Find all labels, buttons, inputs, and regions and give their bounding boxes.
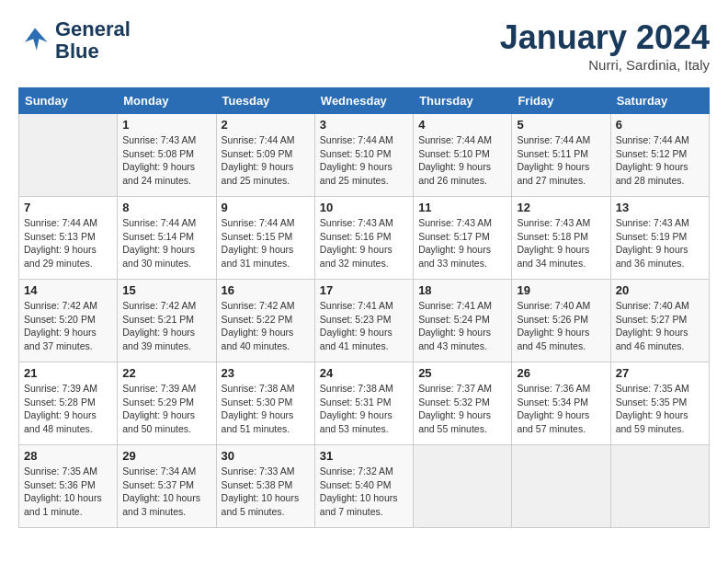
day-number: 23 — [222, 366, 310, 380]
weekday-header-wednesday: Wednesday — [314, 88, 413, 114]
day-number: 17 — [320, 283, 408, 297]
calendar-cell: 8Sunrise: 7:44 AMSunset: 5:14 PMDaylight… — [118, 197, 216, 280]
calendar-cell: 6Sunrise: 7:44 AMSunset: 5:12 PMDaylight… — [610, 114, 709, 197]
location: Nurri, Sardinia, Italy — [500, 57, 710, 73]
calendar-cell — [19, 114, 118, 197]
day-number: 31 — [320, 449, 408, 463]
day-number: 12 — [517, 201, 605, 214]
day-info: Sunrise: 7:44 AMSunset: 5:11 PMDaylight:… — [517, 133, 605, 188]
calendar-cell: 16Sunrise: 7:42 AMSunset: 5:22 PMDayligh… — [216, 280, 314, 362]
calendar-cell: 20Sunrise: 7:40 AMSunset: 5:27 PMDayligh… — [610, 280, 709, 362]
day-number: 21 — [24, 366, 112, 380]
day-info: Sunrise: 7:38 AMSunset: 5:31 PMDaylight:… — [320, 382, 408, 436]
day-info: Sunrise: 7:44 AMSunset: 5:10 PMDaylight:… — [320, 133, 408, 188]
day-number: 14 — [24, 283, 112, 297]
day-info: Sunrise: 7:43 AMSunset: 5:16 PMDaylight:… — [320, 216, 408, 270]
day-info: Sunrise: 7:33 AMSunset: 5:38 PMDaylight:… — [222, 465, 310, 519]
day-number: 19 — [517, 283, 605, 297]
page-header: General Blue January 2024 Nurri, Sardini… — [18, 18, 710, 73]
day-info: Sunrise: 7:41 AMSunset: 5:24 PMDaylight:… — [418, 299, 506, 353]
day-number: 1 — [122, 118, 210, 132]
calendar-cell: 23Sunrise: 7:38 AMSunset: 5:30 PMDayligh… — [216, 362, 314, 445]
logo-icon — [18, 24, 51, 57]
day-number: 30 — [222, 449, 310, 463]
day-number: 2 — [222, 118, 310, 132]
weekday-header-sunday: Sunday — [19, 88, 118, 114]
day-number: 5 — [517, 118, 605, 132]
calendar-cell: 29Sunrise: 7:34 AMSunset: 5:37 PMDayligh… — [118, 445, 216, 528]
day-info: Sunrise: 7:40 AMSunset: 5:26 PMDaylight:… — [517, 299, 605, 353]
calendar-cell: 19Sunrise: 7:40 AMSunset: 5:26 PMDayligh… — [512, 280, 610, 362]
day-number: 10 — [320, 201, 408, 214]
month-title: January 2024 — [500, 18, 710, 57]
day-info: Sunrise: 7:43 AMSunset: 5:19 PMDaylight:… — [616, 216, 704, 270]
day-info: Sunrise: 7:37 AMSunset: 5:32 PMDaylight:… — [418, 382, 506, 436]
calendar-cell: 28Sunrise: 7:35 AMSunset: 5:36 PMDayligh… — [19, 445, 118, 528]
calendar-header: SundayMondayTuesdayWednesdayThursdayFrid… — [19, 88, 710, 114]
day-number: 3 — [320, 118, 408, 132]
svg-marker-0 — [25, 29, 47, 51]
day-info: Sunrise: 7:41 AMSunset: 5:23 PMDaylight:… — [320, 299, 408, 353]
day-info: Sunrise: 7:44 AMSunset: 5:10 PMDaylight:… — [418, 133, 506, 188]
calendar-cell: 9Sunrise: 7:44 AMSunset: 5:15 PMDaylight… — [216, 197, 314, 280]
day-number: 16 — [222, 283, 310, 297]
day-number: 7 — [24, 201, 112, 214]
day-info: Sunrise: 7:35 AMSunset: 5:35 PMDaylight:… — [616, 382, 704, 436]
calendar-cell: 27Sunrise: 7:35 AMSunset: 5:35 PMDayligh… — [610, 362, 709, 445]
day-info: Sunrise: 7:44 AMSunset: 5:09 PMDaylight:… — [222, 133, 310, 188]
day-number: 8 — [122, 201, 210, 214]
day-number: 6 — [616, 118, 704, 132]
calendar-body: 1Sunrise: 7:43 AMSunset: 5:08 PMDaylight… — [19, 114, 710, 528]
day-number: 9 — [222, 201, 310, 214]
day-info: Sunrise: 7:38 AMSunset: 5:30 PMDaylight:… — [222, 382, 310, 436]
day-number: 27 — [616, 366, 704, 380]
day-info: Sunrise: 7:43 AMSunset: 5:17 PMDaylight:… — [418, 216, 506, 270]
calendar-cell: 18Sunrise: 7:41 AMSunset: 5:24 PMDayligh… — [414, 280, 512, 362]
day-info: Sunrise: 7:32 AMSunset: 5:40 PMDaylight:… — [320, 465, 408, 519]
day-info: Sunrise: 7:42 AMSunset: 5:21 PMDaylight:… — [122, 299, 210, 353]
calendar-cell: 13Sunrise: 7:43 AMSunset: 5:19 PMDayligh… — [610, 197, 709, 280]
day-number: 11 — [418, 201, 506, 214]
calendar-cell: 12Sunrise: 7:43 AMSunset: 5:18 PMDayligh… — [512, 197, 610, 280]
calendar-cell — [610, 445, 709, 528]
calendar-cell: 2Sunrise: 7:44 AMSunset: 5:09 PMDaylight… — [216, 114, 314, 197]
calendar-cell: 7Sunrise: 7:44 AMSunset: 5:13 PMDaylight… — [19, 197, 118, 280]
calendar-cell: 31Sunrise: 7:32 AMSunset: 5:40 PMDayligh… — [314, 445, 413, 528]
logo-text: General Blue — [55, 18, 131, 63]
day-number: 13 — [616, 201, 704, 214]
calendar-cell: 25Sunrise: 7:37 AMSunset: 5:32 PMDayligh… — [414, 362, 512, 445]
calendar-cell: 26Sunrise: 7:36 AMSunset: 5:34 PMDayligh… — [512, 362, 610, 445]
day-info: Sunrise: 7:34 AMSunset: 5:37 PMDaylight:… — [122, 465, 210, 519]
calendar-cell: 15Sunrise: 7:42 AMSunset: 5:21 PMDayligh… — [118, 280, 216, 362]
day-info: Sunrise: 7:35 AMSunset: 5:36 PMDaylight:… — [24, 465, 112, 519]
day-info: Sunrise: 7:40 AMSunset: 5:27 PMDaylight:… — [616, 299, 704, 353]
calendar-table: SundayMondayTuesdayWednesdayThursdayFrid… — [18, 87, 710, 528]
day-info: Sunrise: 7:44 AMSunset: 5:15 PMDaylight:… — [222, 216, 310, 270]
weekday-header-row: SundayMondayTuesdayWednesdayThursdayFrid… — [19, 88, 710, 114]
day-number: 22 — [122, 366, 210, 380]
logo: General Blue — [18, 18, 131, 63]
calendar-week-row: 28Sunrise: 7:35 AMSunset: 5:36 PMDayligh… — [19, 445, 710, 528]
day-info: Sunrise: 7:43 AMSunset: 5:08 PMDaylight:… — [122, 133, 210, 188]
day-number: 25 — [418, 366, 506, 380]
calendar-cell: 3Sunrise: 7:44 AMSunset: 5:10 PMDaylight… — [314, 114, 413, 197]
day-info: Sunrise: 7:39 AMSunset: 5:28 PMDaylight:… — [24, 382, 112, 436]
day-info: Sunrise: 7:44 AMSunset: 5:13 PMDaylight:… — [24, 216, 112, 270]
calendar-cell: 24Sunrise: 7:38 AMSunset: 5:31 PMDayligh… — [314, 362, 413, 445]
day-number: 26 — [517, 366, 605, 380]
calendar-cell: 11Sunrise: 7:43 AMSunset: 5:17 PMDayligh… — [414, 197, 512, 280]
day-number: 18 — [418, 283, 506, 297]
weekday-header-tuesday: Tuesday — [216, 88, 314, 114]
day-number: 20 — [616, 283, 704, 297]
calendar-cell: 14Sunrise: 7:42 AMSunset: 5:20 PMDayligh… — [19, 280, 118, 362]
day-info: Sunrise: 7:42 AMSunset: 5:20 PMDaylight:… — [24, 299, 112, 353]
calendar-week-row: 7Sunrise: 7:44 AMSunset: 5:13 PMDaylight… — [19, 197, 710, 280]
calendar-cell: 30Sunrise: 7:33 AMSunset: 5:38 PMDayligh… — [216, 445, 314, 528]
day-number: 24 — [320, 366, 408, 380]
day-number: 29 — [122, 449, 210, 463]
calendar-week-row: 21Sunrise: 7:39 AMSunset: 5:28 PMDayligh… — [19, 362, 710, 445]
day-number: 4 — [418, 118, 506, 132]
calendar-cell — [512, 445, 610, 528]
calendar-cell: 1Sunrise: 7:43 AMSunset: 5:08 PMDaylight… — [118, 114, 216, 197]
calendar-week-row: 1Sunrise: 7:43 AMSunset: 5:08 PMDaylight… — [19, 114, 710, 197]
